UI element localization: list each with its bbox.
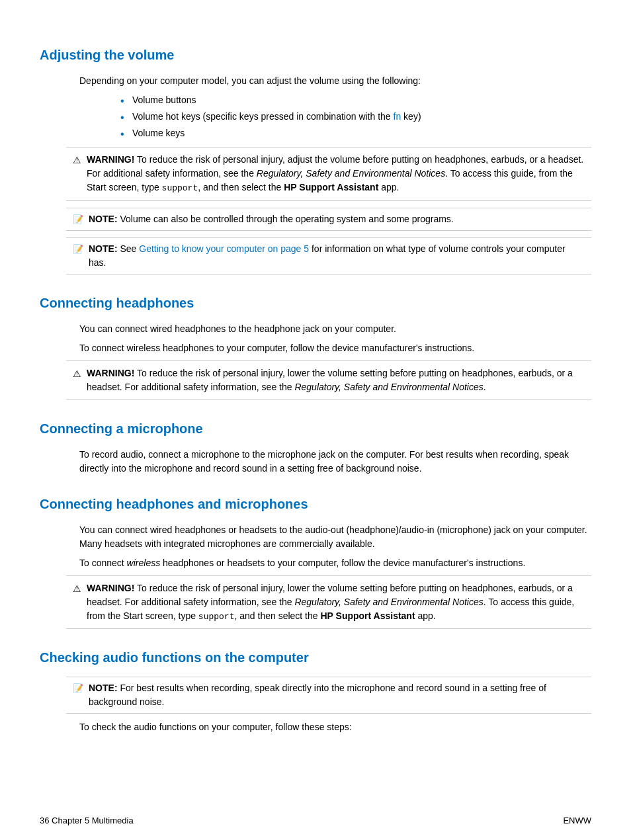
warning-box-headphones: ⚠ WARNING! To reduce the risk of persona… [66,360,591,400]
warning-text-volume: WARNING! To reduce the risk of personal … [87,153,585,195]
section-adjusting-volume: Adjusting the volume Depending on your c… [40,45,591,274]
section-title-connecting-headphones: Connecting headphones [40,293,591,313]
warning-triangle-icon-3: ⚠ [73,582,81,596]
note-icon-2: 📝 [73,243,83,256]
section-title-checking-audio: Checking audio functions on the computer [40,648,591,667]
warning-triangle-icon: ⚠ [73,153,81,167]
section-checking-audio: Checking audio functions on the computer… [40,648,591,734]
section-connecting-headphones: Connecting headphones You can connect wi… [40,293,591,400]
headphones-para-2: To connect wireless headphones to your c… [79,341,591,355]
note-icon-3: 📝 [73,682,83,695]
fn-link[interactable]: fn [394,111,401,122]
warning-text-headphones: WARNING! To reduce the risk of personal … [87,366,585,394]
headphones-microphones-para-2: To connect wireless headphones or headse… [79,556,591,570]
bullet-item-2: Volume hot keys (specific keys pressed i… [132,110,591,124]
note-box-volume-2: 📝 NOTE: See Getting to know your compute… [66,237,591,274]
section-connecting-microphone: Connecting a microphone To record audio,… [40,419,591,476]
headphones-microphones-para-1: You can connect wired headphones or head… [79,523,591,551]
note-text-2: NOTE: See Getting to know your computer … [89,242,585,270]
note-box-checking-audio: 📝 NOTE: For best results when recording,… [66,677,591,714]
adjusting-volume-intro: Depending on your computer model, you ca… [79,74,591,88]
checking-audio-para: To check the audio functions on your com… [79,720,591,734]
note-text-1: NOTE: Volume can also be controlled thro… [89,212,454,226]
microphone-para-1: To record audio, connect a microphone to… [79,448,591,476]
warning-text-headphones-microphones: WARNING! To reduce the risk of personal … [87,581,585,624]
warning-box-headphones-microphones: ⚠ WARNING! To reduce the risk of persona… [66,575,591,630]
headphones-para-1: You can connect wired headphones to the … [79,322,591,336]
section-title-connecting-headphones-microphones: Connecting headphones and microphones [40,494,591,514]
section-title-connecting-microphone: Connecting a microphone [40,419,591,439]
bullet-item-3: Volume keys [132,126,591,140]
adjusting-volume-bullets: Volume buttons Volume hot keys (specific… [132,93,591,140]
note-icon-1: 📝 [73,213,83,226]
note-text-checking-audio: NOTE: For best results when recording, s… [89,681,585,709]
note-box-volume-1: 📝 NOTE: Volume can also be controlled th… [66,208,591,231]
computer-page-link[interactable]: Getting to know your computer on page 5 [139,243,309,254]
section-connecting-headphones-microphones: Connecting headphones and microphones Yo… [40,494,591,630]
section-title-adjusting-volume: Adjusting the volume [40,45,591,65]
warning-triangle-icon-2: ⚠ [73,367,81,381]
warning-box-volume: ⚠ WARNING! To reduce the risk of persona… [66,147,591,201]
bullet-item-1: Volume buttons [132,93,591,107]
